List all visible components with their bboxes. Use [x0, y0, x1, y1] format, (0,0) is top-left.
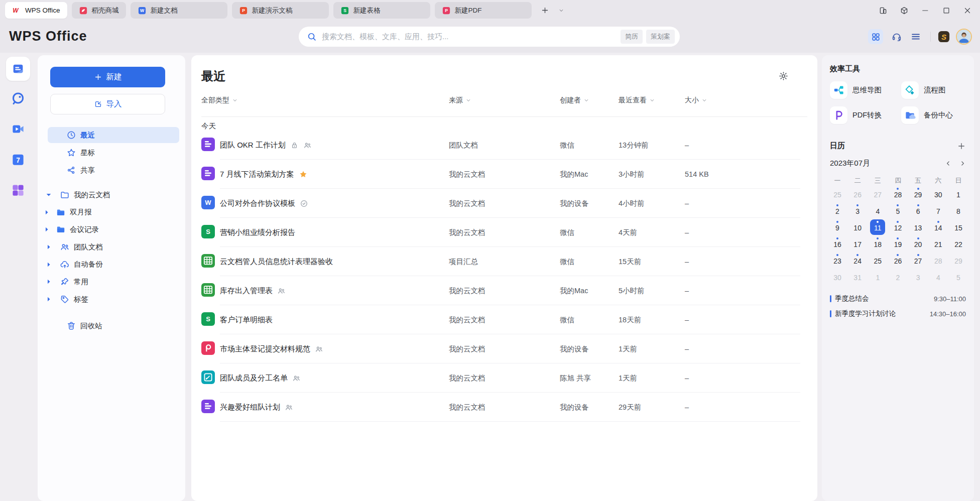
calendar-day[interactable]: 27	[870, 186, 885, 202]
calendar-day[interactable]: 17	[850, 236, 865, 252]
file-row[interactable]: 市场主体登记提交材料规范我的云文档我的设备1天前–	[201, 334, 807, 363]
menu-button[interactable]	[909, 30, 922, 43]
search-tag-chip[interactable]: 简历	[621, 30, 643, 44]
calendar-day[interactable]: 24	[850, 253, 865, 268]
file-row[interactable]: 7 月线下活动策划方案我的云文档我的Mac3小时前514 KB	[201, 160, 807, 189]
sidebar-item-共享[interactable]: 共享	[48, 162, 179, 178]
file-row[interactable]: S客户订单明细表我的云文档微信18天前–	[201, 305, 807, 334]
calendar-day[interactable]: 1	[870, 269, 885, 285]
file-row[interactable]: 云文档管人员信息统计表理器验收项目汇总微信15天前–	[201, 247, 807, 276]
file-row[interactable]: 团队 OKR 工作计划团队文档微信13分钟前–	[201, 131, 807, 160]
tool-PDF转换[interactable]: PDF转换	[830, 106, 901, 124]
sidebar-tree-item-会议记录[interactable]: 会议记录	[38, 221, 185, 237]
rail-item-documents[interactable]	[6, 57, 30, 81]
apps-grid-button[interactable]	[868, 29, 883, 44]
tab-list-dropdown[interactable]	[554, 4, 568, 18]
calendar-day[interactable]: 29	[951, 253, 966, 268]
calendar-day[interactable]: 20	[911, 236, 926, 252]
minimize-button[interactable]	[921, 6, 930, 15]
filter-创建者[interactable]: 创建者	[560, 96, 619, 105]
calendar-day[interactable]: 27	[911, 253, 926, 268]
calendar-day[interactable]: 4	[870, 203, 885, 218]
calendar-day[interactable]: 28	[890, 186, 905, 202]
filter-大小[interactable]: 大小	[685, 96, 807, 105]
search-tag-chip[interactable]: 策划案	[646, 30, 675, 44]
rail-item-assistant[interactable]	[11, 91, 26, 106]
rail-item-calendar[interactable]: 7	[11, 152, 26, 167]
tool-备份中心[interactable]: 备份中心	[901, 106, 966, 124]
device-sync-icon[interactable]	[879, 6, 888, 15]
calendar-day[interactable]: 5	[890, 203, 905, 218]
sidebar-tree-item-双月报[interactable]: 双月报	[38, 204, 185, 220]
user-avatar[interactable]	[956, 29, 972, 45]
calendar-day[interactable]: 25	[870, 253, 885, 268]
file-row[interactable]: S营销小组业绩分析报告我的云文档微信4天前–	[201, 218, 807, 247]
calendar-day[interactable]: 25	[830, 186, 845, 202]
calendar-day[interactable]: 26	[890, 253, 905, 268]
file-row[interactable]: 兴趣爱好组队计划我的云文档我的设备29天前–	[201, 393, 807, 422]
calendar-day[interactable]: 9	[830, 219, 845, 235]
sidebar-item-trash[interactable]: 回收站	[38, 318, 185, 334]
app-tab-4[interactable]: S新建表格	[333, 2, 430, 19]
import-button[interactable]: 导入	[50, 94, 165, 114]
sidebar-tree-item-常用[interactable]: 常用	[38, 274, 185, 290]
file-row[interactable]: 库存出入管理表我的云文档我的Mac5小时前–	[201, 276, 807, 305]
calendar-day[interactable]: 5	[951, 269, 966, 285]
calendar-day[interactable]: 3	[850, 203, 865, 218]
sidebar-tree-item-团队文档[interactable]: 团队文档	[38, 239, 185, 255]
calendar-day[interactable]: 1	[951, 186, 966, 202]
close-button[interactable]	[963, 6, 972, 15]
search-bar[interactable]: 搜索文档、模板、文库、应用、技巧... 简历策划案	[299, 27, 680, 47]
next-month-button[interactable]	[959, 160, 966, 167]
calendar-day[interactable]: 12	[890, 219, 905, 235]
filter-全部类型[interactable]: 全部类型	[201, 96, 449, 105]
app-tab-5[interactable]: P新建PDF	[435, 2, 532, 19]
member-badge-icon[interactable]: S	[937, 30, 951, 44]
calendar-day[interactable]: 22	[951, 236, 966, 252]
calendar-day[interactable]: 26	[850, 186, 865, 202]
app-tab-3[interactable]: P新建演示文稿	[232, 2, 329, 19]
add-event-button[interactable]	[957, 142, 966, 151]
prev-month-button[interactable]	[945, 160, 951, 167]
calendar-day[interactable]: 3	[911, 269, 926, 285]
tool-思维导图[interactable]: 思维导图	[830, 81, 901, 99]
rail-item-apps[interactable]	[11, 183, 26, 198]
file-row[interactable]: 团队成员及分工名单我的云文档陈旭 共享1天前–	[201, 363, 807, 393]
calendar-day[interactable]: 30	[830, 269, 845, 285]
app-tab-2[interactable]: W新建文档	[131, 2, 227, 19]
gear-icon[interactable]	[778, 71, 789, 81]
file-row[interactable]: W公司对外合作协议模板我的云文档我的设备4小时前–	[201, 189, 807, 218]
app-tab-0[interactable]: WWPS Office	[5, 2, 67, 19]
maximize-button[interactable]	[942, 6, 951, 15]
calendar-day[interactable]: 2	[830, 203, 845, 218]
calendar-day[interactable]: 23	[830, 253, 845, 268]
calendar-event[interactable]: 新季度学习计划讨论14:30–16:00	[830, 306, 966, 321]
support-button[interactable]	[890, 30, 903, 43]
filter-最近查看[interactable]: 最近查看	[619, 96, 685, 105]
calendar-day[interactable]: 21	[931, 236, 946, 252]
rail-item-meeting[interactable]	[11, 121, 26, 137]
calendar-day[interactable]: 2	[890, 269, 905, 285]
app-tab-1[interactable]: 稻壳商城	[72, 2, 126, 19]
calendar-day[interactable]: 10	[850, 219, 865, 235]
tool-流程图[interactable]: 流程图	[901, 81, 966, 99]
new-tab-button[interactable]	[538, 4, 552, 18]
sidebar-tree-item-自动备份[interactable]: 自动备份	[38, 257, 185, 273]
calendar-day[interactable]: 15	[951, 219, 966, 235]
calendar-day[interactable]: 28	[931, 253, 946, 268]
calendar-day[interactable]: 18	[870, 236, 885, 252]
calendar-event[interactable]: 季度总结会9:30–11:00	[830, 291, 966, 306]
sidebar-item-最近[interactable]: 最近	[48, 127, 179, 143]
filter-来源[interactable]: 来源	[449, 96, 560, 105]
calendar-day-selected[interactable]: 11	[870, 219, 885, 235]
calendar-day[interactable]: 8	[951, 203, 966, 218]
sidebar-tree-item-标签[interactable]: 标签	[38, 291, 185, 307]
calendar-day[interactable]: 7	[931, 203, 946, 218]
workspace-icon[interactable]	[900, 6, 909, 15]
new-document-button[interactable]: 新建	[50, 67, 165, 87]
calendar-day[interactable]: 19	[890, 236, 905, 252]
calendar-day[interactable]: 4	[931, 269, 946, 285]
calendar-day[interactable]: 30	[931, 186, 946, 202]
sidebar-item-星标[interactable]: 星标	[48, 145, 179, 161]
calendar-day[interactable]: 14	[931, 219, 946, 235]
